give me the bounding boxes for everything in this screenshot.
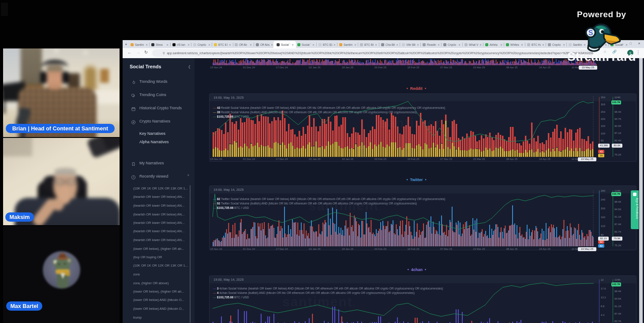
svg-text:S: S xyxy=(588,29,593,37)
